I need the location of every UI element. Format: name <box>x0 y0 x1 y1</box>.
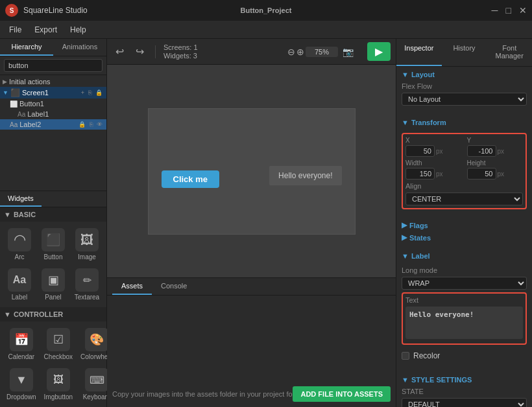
screen1-copy-btn[interactable]: ⎘ <box>87 89 93 97</box>
flags-label: Flags <box>409 222 428 229</box>
tab-hierarchy[interactable]: Hierarchy <box>0 39 53 56</box>
long-mode-select[interactable]: WRAP <box>402 277 527 290</box>
long-mode-label: Long mode <box>402 266 527 274</box>
x-input[interactable] <box>405 145 435 157</box>
widgets-tab[interactable]: Widgets <box>0 191 42 207</box>
controller-section-header[interactable]: ▼ CONTROLLER <box>0 307 106 321</box>
tree-item-button1[interactable]: ⬜ Button1 <box>0 99 106 109</box>
screen1-lock-btn[interactable]: 🔒 <box>94 89 104 97</box>
calendar-label: Calendar <box>8 353 35 360</box>
tab-font-manager[interactable]: Font Manager <box>487 39 532 66</box>
close-button[interactable]: ✕ <box>519 5 527 16</box>
widget-calendar[interactable]: 📅 Calendar <box>4 325 39 363</box>
assets-status-text: Copy your images into the assets folder … <box>112 390 304 398</box>
flex-flow-select[interactable]: No Layout <box>402 93 527 106</box>
add-file-button[interactable]: ADD FILE INTO ASSETS <box>293 386 391 402</box>
screen1-label: Screen1 <box>22 89 49 97</box>
flex-flow-label: Flex Flow <box>402 82 527 90</box>
arc-icon: ◠ <box>8 228 31 251</box>
widget-panel[interactable]: ▣ Panel <box>38 266 69 303</box>
tab-console[interactable]: Console <box>152 278 196 295</box>
states-title[interactable]: ▶ States <box>402 233 527 242</box>
widget-tabs: Widgets <box>0 191 106 207</box>
style-settings-title[interactable]: ▼ STYLE SETTINGS <box>402 376 527 384</box>
align-row: Align <box>405 182 523 190</box>
screen1-add-btn[interactable]: + <box>80 89 86 97</box>
tree-item-screen1[interactable]: ▼ ⬛ Screen1 + ⎘ 🔒 <box>0 87 106 99</box>
state-row: STATE <box>402 388 527 395</box>
y-input[interactable] <box>467 145 496 157</box>
style-settings-arrow: ▼ <box>402 376 409 384</box>
zoom-value[interactable]: 75% <box>306 47 338 57</box>
transform-arrow: ▼ <box>402 119 409 126</box>
height-input[interactable] <box>467 168 496 180</box>
label2-icon: Aa <box>10 121 18 128</box>
widget-button[interactable]: ⬛ Button <box>38 226 69 263</box>
widgets-count: Widgets: 3 <box>163 52 198 60</box>
undo-button[interactable]: ↩ <box>112 43 127 60</box>
search-input[interactable] <box>4 59 103 72</box>
transform-section-title[interactable]: ▼ Transform <box>399 115 529 129</box>
zoom-in-button[interactable]: ⊕ <box>296 47 304 57</box>
long-mode-row: Long mode <box>399 266 529 274</box>
text-label: Text <box>405 296 523 304</box>
canvas-button[interactable]: Click me <box>162 170 219 188</box>
window-controls[interactable]: ─ □ ✕ <box>492 5 527 16</box>
style-settings-section: ▼ STYLE SETTINGS STATE DEFAULT <box>396 372 532 407</box>
label2-action3[interactable]: 👁 <box>95 121 104 128</box>
flags-title[interactable]: ▶ Flags <box>402 221 527 229</box>
widget-textarea[interactable]: ✏ Textarea <box>71 266 103 303</box>
project-title: Button_Project <box>241 6 292 14</box>
label-section-arrow: ▼ <box>402 252 409 260</box>
main-layout: Hierarchy Animations ▶ Initial actions ▼… <box>0 39 532 407</box>
right-tabs: Inspector History Font Manager <box>396 39 532 67</box>
state-select[interactable]: DEFAULT <box>402 398 527 407</box>
label2-action2[interactable]: ⎘ <box>88 121 94 128</box>
basic-section-header[interactable]: ▼ BASIC <box>0 207 106 222</box>
tree-item-label2[interactable]: Aa Label2 🔒 ⎘ 👁 <box>0 119 106 130</box>
calendar-icon: 📅 <box>10 328 33 351</box>
y-label: Y <box>467 137 524 144</box>
transform-title: Transform <box>411 119 446 126</box>
flags-section: ▶ Flags ▶ States <box>396 217 532 250</box>
tab-history[interactable]: History <box>442 39 487 66</box>
width-input[interactable] <box>405 168 435 180</box>
text-input[interactable]: Hello everyone! <box>405 307 523 339</box>
minimize-button[interactable]: ─ <box>492 5 498 16</box>
controller-title: CONTROLLER <box>14 310 63 318</box>
tree-item-initial-actions[interactable]: ▶ Initial actions <box>0 76 106 87</box>
maximize-button[interactable]: □ <box>506 5 511 16</box>
basic-title: BASIC <box>14 211 36 218</box>
tab-animations[interactable]: Animations <box>53 39 106 56</box>
widget-dropdown[interactable]: ▼ Dropdown <box>4 366 39 403</box>
widget-checkbox[interactable]: ☑ Checkbox <box>42 325 75 363</box>
redo-button[interactable]: ↪ <box>132 43 147 60</box>
tree-item-label1[interactable]: Aa Label1 <box>0 109 106 119</box>
x-unit: px <box>436 148 443 155</box>
widget-image[interactable]: 🖼 Image <box>71 226 103 263</box>
menu-file[interactable]: File <box>3 23 28 37</box>
screens-count: Screens: 1 <box>163 43 198 51</box>
tab-inspector[interactable]: Inspector <box>396 39 442 66</box>
zoom-out-button[interactable]: ⊖ <box>287 47 295 57</box>
recolor-checkbox[interactable] <box>402 352 409 360</box>
widget-imgbutton[interactable]: 🖼 Imgbutton <box>42 366 75 403</box>
height-unit: px <box>498 170 505 178</box>
colorwheel-icon: 🎨 <box>85 328 108 351</box>
state-label: STATE <box>402 388 527 395</box>
toolbar-separator <box>155 45 156 58</box>
play-button[interactable]: ▶ <box>367 42 391 61</box>
widget-arc[interactable]: ◠ Arc <box>4 226 35 263</box>
screenshot-button[interactable]: 📷 <box>339 45 357 59</box>
align-select[interactable]: CENTER <box>405 192 523 205</box>
dropdown-icon: ▼ <box>10 368 33 391</box>
menu-help[interactable]: Help <box>64 23 93 37</box>
label-section-title[interactable]: ▼ Label <box>399 250 529 262</box>
label2-action1[interactable]: 🔒 <box>77 121 87 128</box>
layout-section-title[interactable]: ▼ Layout <box>402 71 527 78</box>
tab-assets[interactable]: Assets <box>112 278 152 295</box>
zoom-control: ⊖ ⊕ 75% 📷 <box>287 45 357 59</box>
flags-arrow: ▶ <box>402 221 407 229</box>
widget-label[interactable]: Aa Label <box>4 266 35 303</box>
menu-export[interactable]: Export <box>28 23 64 37</box>
